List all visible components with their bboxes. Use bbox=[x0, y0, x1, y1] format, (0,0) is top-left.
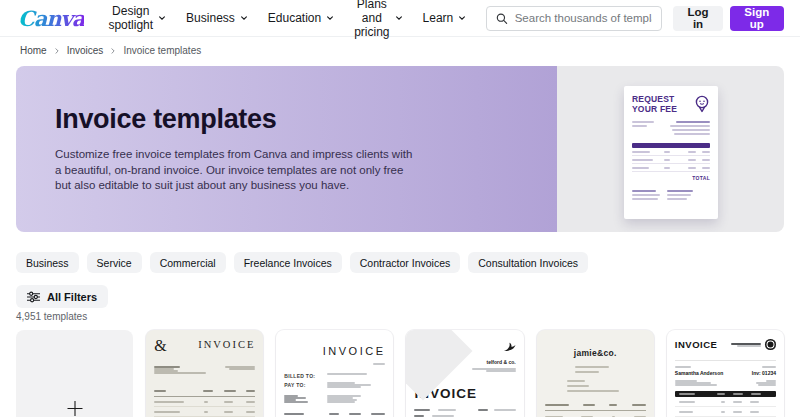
text-line bbox=[632, 125, 647, 127]
text-line bbox=[702, 167, 710, 169]
login-button[interactable]: Log in bbox=[673, 6, 722, 31]
text-line bbox=[670, 125, 710, 127]
nav-item-learn[interactable]: Learn bbox=[413, 4, 477, 32]
column-header bbox=[609, 404, 617, 406]
invoice-row bbox=[154, 397, 255, 407]
text-line bbox=[327, 373, 367, 375]
nav-item-label: Plans and pricing bbox=[354, 0, 389, 39]
customer-name: Samantha Anderson bbox=[675, 370, 723, 376]
text-line bbox=[567, 380, 585, 382]
nav-item-label: Design spotlight bbox=[108, 4, 153, 32]
text-line bbox=[224, 401, 233, 403]
text-line bbox=[575, 371, 599, 373]
text-line bbox=[674, 133, 710, 135]
text-line bbox=[327, 386, 361, 388]
billed-to-label: BILLED TO: bbox=[284, 373, 315, 379]
text-line-group bbox=[675, 380, 717, 386]
invoice-row bbox=[154, 407, 255, 417]
results-count: 4,951 templates bbox=[16, 311, 87, 322]
text-line-group bbox=[327, 373, 385, 375]
face-pin-icon bbox=[694, 95, 710, 113]
text-line-group bbox=[667, 190, 693, 202]
breadcrumb-current: Invoice templates bbox=[123, 45, 201, 56]
breadcrumb: Home Invoices Invoice templates bbox=[20, 45, 201, 56]
text-line bbox=[688, 167, 696, 169]
filter-chip-contractor-invoices[interactable]: Contractor Invoices bbox=[350, 252, 460, 273]
breadcrumb-invoices[interactable]: Invoices bbox=[67, 45, 104, 56]
text-line bbox=[575, 366, 609, 368]
chevron-down-icon bbox=[240, 14, 248, 22]
template-card-billed-to-invoice[interactable]: INVOICE BILLED TO: PAY TO: bbox=[276, 330, 393, 417]
column-header bbox=[329, 413, 339, 415]
bird-icon bbox=[503, 342, 516, 353]
breadcrumb-home[interactable]: Home bbox=[20, 45, 47, 56]
invoice-table-row bbox=[632, 164, 710, 172]
filter-chip-consultation-invoices[interactable]: Consultation Invoices bbox=[468, 252, 588, 273]
nav-item-business[interactable]: Business bbox=[176, 4, 258, 32]
filter-chip-freelance-invoices[interactable]: Freelance Invoices bbox=[234, 252, 342, 273]
chevron-right-icon bbox=[54, 48, 60, 54]
create-blank-invoice-card[interactable] bbox=[16, 330, 133, 417]
filter-chip-business[interactable]: Business bbox=[16, 252, 79, 273]
invoice-row bbox=[675, 407, 776, 417]
all-filters-button[interactable]: All Filters bbox=[16, 285, 108, 308]
text-line bbox=[327, 401, 355, 403]
text-line bbox=[702, 159, 710, 161]
nav-item-plans-pricing[interactable]: Plans and pricing bbox=[344, 0, 412, 46]
nav-item-design-spotlight[interactable]: Design spotlight bbox=[98, 0, 176, 39]
text-line bbox=[664, 159, 670, 161]
template-search-box[interactable] bbox=[486, 6, 662, 31]
column-header bbox=[717, 393, 725, 395]
chevron-down-icon bbox=[326, 14, 334, 22]
template-card-samantha-invoice[interactable]: INVOICE Samantha Anderson Inv: 01234 bbox=[667, 330, 784, 417]
text-line bbox=[154, 411, 180, 413]
text-line bbox=[632, 198, 658, 200]
recipient-block bbox=[567, 380, 623, 392]
text-line-group bbox=[327, 382, 385, 388]
text-line bbox=[664, 167, 670, 169]
text-line bbox=[667, 190, 693, 192]
invoice-table-row bbox=[632, 148, 710, 156]
text-line bbox=[675, 384, 717, 386]
template-card-telford-invoice[interactable]: telford & co. INVOICE bbox=[406, 330, 523, 417]
canva-logo[interactable]: Canva bbox=[18, 6, 84, 31]
text-line bbox=[414, 409, 430, 411]
filter-chip-commercial[interactable]: Commercial bbox=[150, 252, 226, 273]
column-header bbox=[733, 393, 743, 395]
template-card-ampersand-invoice[interactable]: & INVOICE bbox=[146, 330, 263, 417]
text-line bbox=[204, 401, 208, 403]
column-header bbox=[224, 390, 236, 392]
pay-to-label: PAY TO: bbox=[284, 382, 305, 388]
search-input[interactable] bbox=[515, 12, 653, 24]
template-grid: & INVOICE bbox=[16, 330, 784, 417]
signup-button[interactable]: Sign up bbox=[730, 6, 784, 31]
filter-sliders-icon bbox=[27, 291, 40, 303]
ampersand-logo: & bbox=[154, 339, 166, 353]
text-line-group bbox=[632, 190, 660, 202]
top-navbar: Canva Design spotlight Business Educatio… bbox=[0, 0, 800, 37]
column-header bbox=[545, 404, 569, 406]
hero-image-panel: REQUEST YOUR FEE bbox=[557, 66, 784, 232]
invoice-title: INVOICE bbox=[675, 339, 718, 350]
primary-nav: Design spotlight Business Education Plan… bbox=[98, 0, 476, 46]
text-line-group bbox=[731, 343, 761, 347]
nav-item-label: Learn bbox=[423, 11, 454, 25]
nav-item-education[interactable]: Education bbox=[258, 4, 344, 32]
column-header bbox=[632, 404, 646, 406]
text-line bbox=[679, 401, 695, 403]
filter-chip-row: Business Service Commercial Freelance In… bbox=[16, 252, 588, 273]
template-card-jamie-invoice[interactable]: jamie&co. bbox=[537, 330, 654, 417]
invoice-row bbox=[675, 397, 776, 407]
invoice-number: Inv: 01234 bbox=[752, 370, 776, 376]
hero-text-panel: Invoice templates Customize free invoice… bbox=[16, 66, 557, 232]
text-line bbox=[758, 384, 776, 386]
hero-banner: Invoice templates Customize free invoice… bbox=[16, 66, 784, 232]
text-line bbox=[246, 401, 255, 403]
filter-chip-service[interactable]: Service bbox=[87, 252, 142, 273]
plus-icon bbox=[66, 400, 83, 417]
text-line bbox=[438, 409, 456, 411]
text-line bbox=[154, 372, 206, 374]
canva-invoice-templates-page: Canva Design spotlight Business Educatio… bbox=[0, 0, 800, 417]
search-icon bbox=[496, 12, 507, 25]
text-line bbox=[667, 198, 687, 200]
